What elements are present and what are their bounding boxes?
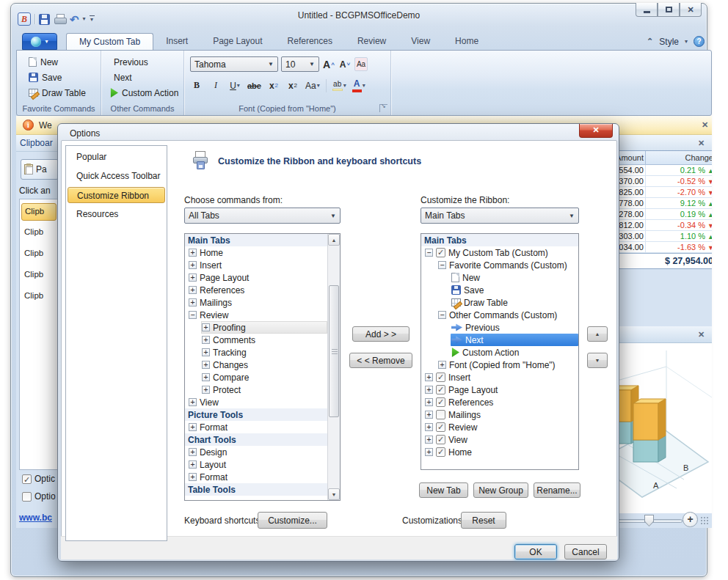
scrollbar-thumb[interactable] xyxy=(329,285,339,417)
new-button[interactable]: New xyxy=(26,54,101,70)
close-button[interactable]: ✕ xyxy=(680,3,702,17)
tree-item-insert[interactable]: +✓Insert xyxy=(421,371,578,383)
rename-button[interactable]: Rename... xyxy=(534,482,580,498)
scroll-down-icon[interactable]: ▼ xyxy=(328,488,340,500)
tree-item-custom-action[interactable]: Custom Action xyxy=(421,346,578,359)
tree-item-format[interactable]: +Format xyxy=(185,471,327,483)
clear-formatting-button[interactable]: Aa xyxy=(354,57,368,71)
reset-button[interactable]: Reset xyxy=(461,512,506,529)
tree-item-mailings[interactable]: +Mailings xyxy=(185,296,327,309)
tree-item-save[interactable]: Save xyxy=(421,284,578,296)
checkbox[interactable]: ✓ xyxy=(436,435,445,444)
italic-button[interactable]: I xyxy=(209,78,222,92)
clipboard-list-item[interactable]: Clipb xyxy=(21,246,57,263)
dropdown-icon[interactable]: ▼ xyxy=(327,213,340,219)
previous-button[interactable]: Previous xyxy=(107,54,183,70)
collapse-box-icon[interactable]: − xyxy=(425,249,433,257)
text-highlight-button[interactable]: ab ▾ xyxy=(332,78,346,92)
collapse-box-icon[interactable]: − xyxy=(438,311,446,319)
font-color-button[interactable]: A ▾ xyxy=(352,78,365,92)
tree-item-home[interactable]: +Home xyxy=(185,246,327,259)
style-dropdown-icon[interactable]: ▾ xyxy=(685,39,688,45)
expand-box-icon[interactable]: + xyxy=(425,386,433,394)
checkbox[interactable] xyxy=(436,410,445,419)
font-size-combo[interactable]: 10 ▼ xyxy=(281,56,319,72)
tree-item-protect[interactable]: +Protect xyxy=(185,383,327,396)
expand-box-icon[interactable]: + xyxy=(425,398,433,406)
tree-item-review[interactable]: +✓Review xyxy=(421,421,578,433)
expand-box-icon[interactable]: + xyxy=(202,373,210,381)
tab-page-layout[interactable]: Page Layout xyxy=(200,33,274,50)
move-up-button[interactable]: ▲ xyxy=(587,326,608,342)
expand-box-icon[interactable]: + xyxy=(189,298,197,306)
expand-box-icon[interactable]: + xyxy=(425,411,433,419)
scroll-up-icon[interactable]: ▲ xyxy=(328,234,340,246)
expand-box-icon[interactable]: + xyxy=(189,460,197,469)
tree-item-next[interactable]: Next xyxy=(421,334,578,346)
tab-insert[interactable]: Insert xyxy=(153,33,200,50)
expand-box-icon[interactable]: + xyxy=(202,323,210,331)
checkbox[interactable]: ✓ xyxy=(436,248,445,257)
pane-close-icon[interactable]: ✕ xyxy=(698,139,705,147)
expand-box-icon[interactable]: + xyxy=(202,386,210,394)
clipboard-list-item[interactable]: Clipb xyxy=(21,224,57,242)
grow-font-button[interactable]: A˄ xyxy=(322,57,335,71)
tree-item-other-commands-custom[interactable]: −Other Commands (Custom) xyxy=(421,309,578,321)
strikethrough-button[interactable]: abe xyxy=(247,78,261,92)
expand-box-icon[interactable]: + xyxy=(189,423,197,431)
tree-item-view[interactable]: +View xyxy=(185,396,327,408)
tree-item-my-custom-tab-custom[interactable]: −✓My Custom Tab (Custom) xyxy=(421,246,578,259)
customize-ribbon-combo[interactable]: Main Tabs ▼ xyxy=(421,208,579,224)
expand-box-icon[interactable]: + xyxy=(202,336,210,344)
cancel-button[interactable]: Cancel xyxy=(564,544,607,559)
dropdown-icon[interactable]: ▼ xyxy=(264,61,277,67)
next-button[interactable]: Next xyxy=(107,70,183,85)
tree-item-tracking[interactable]: +Tracking xyxy=(185,346,327,359)
website-link[interactable]: www.bc xyxy=(19,513,52,523)
change-case-button[interactable]: Aa▾ xyxy=(305,78,320,92)
tree-item-font-copied-from-home[interactable]: +Font (Copied from "Home") xyxy=(421,359,578,371)
tree-item-favorite-commands-custom[interactable]: −Favorite Commands (Custom) xyxy=(421,259,578,271)
custom-action-button[interactable]: Custom Action xyxy=(107,85,183,100)
tree-item-draw-table[interactable]: Draw Table xyxy=(421,296,578,309)
tree-item-changes[interactable]: +Changes xyxy=(185,359,327,371)
tree-item-references[interactable]: +References xyxy=(185,284,327,296)
checkbox[interactable]: ✓ xyxy=(436,397,445,407)
tab-review[interactable]: Review xyxy=(345,33,398,50)
dropdown-icon[interactable]: ▼ xyxy=(565,213,578,219)
option-checkbox-row[interactable]: Optio xyxy=(22,491,56,502)
expand-box-icon[interactable]: + xyxy=(189,249,197,257)
collapse-box-icon[interactable]: − xyxy=(189,311,197,319)
app-logo-icon[interactable]: B xyxy=(18,12,31,26)
expand-box-icon[interactable]: + xyxy=(425,373,433,381)
expand-box-icon[interactable]: + xyxy=(425,423,433,431)
chart-pane-close-icon[interactable]: ✕ xyxy=(698,330,705,339)
tab-view[interactable]: View xyxy=(398,33,443,50)
tree-item-insert[interactable]: +Insert xyxy=(185,259,327,271)
expand-box-icon[interactable]: + xyxy=(438,361,446,369)
checkbox[interactable]: ✓ xyxy=(436,385,445,394)
ok-button[interactable]: OK xyxy=(514,544,557,559)
paste-button[interactable]: Pa xyxy=(21,159,59,180)
ribbon-tree-list[interactable]: Main Tabs−✓My Custom Tab (Custom)−Favori… xyxy=(421,233,579,470)
tree-item-layout[interactable]: +Layout xyxy=(185,458,327,471)
tree-item-references[interactable]: +✓References xyxy=(421,396,578,408)
nav-item-popular[interactable]: Popular xyxy=(68,149,165,165)
draw-table-button[interactable]: Draw Table xyxy=(26,85,101,100)
subscript-button[interactable]: x2 xyxy=(267,78,280,92)
expand-box-icon[interactable]: + xyxy=(189,448,197,456)
clipboard-list-item[interactable]: Clipb xyxy=(21,288,57,306)
checkbox[interactable]: ✓ xyxy=(22,474,32,484)
customize-qat-icon[interactable]: ▾ xyxy=(90,15,95,23)
tree-item-home[interactable]: +✓Home xyxy=(421,446,578,458)
tree-item-page-layout[interactable]: +✓Page Layout xyxy=(421,383,578,396)
resize-grip[interactable] xyxy=(700,516,709,525)
file-menu-button[interactable]: ▾ xyxy=(22,33,57,50)
undo-icon[interactable]: ↶ xyxy=(70,14,79,25)
superscript-button[interactable]: x2 xyxy=(286,78,299,92)
collapse-box-icon[interactable]: − xyxy=(438,261,446,269)
maximize-button[interactable] xyxy=(658,3,680,17)
font-dialog-launcher-icon[interactable] xyxy=(379,104,387,112)
add-button[interactable]: Add > > xyxy=(352,326,410,342)
tree-item-page-layout[interactable]: +Page Layout xyxy=(185,271,327,284)
